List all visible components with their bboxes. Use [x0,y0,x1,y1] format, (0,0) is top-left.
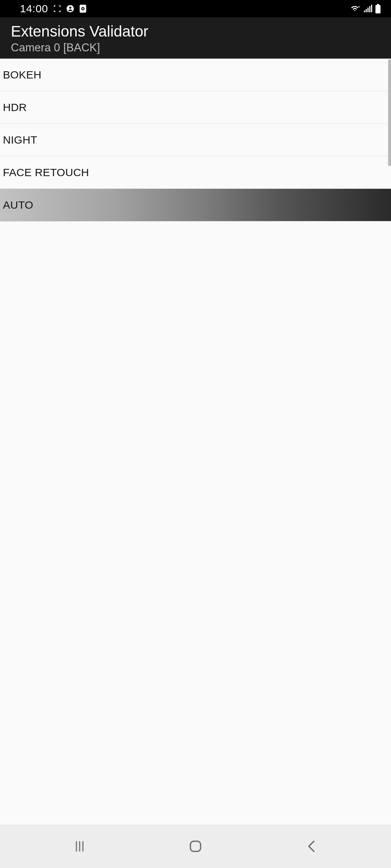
svg-rect-8 [367,8,369,12]
extension-list[interactable]: BOKEH HDR NIGHT FACE RETOUCH AUTO [0,59,391,221]
scrollbar-thumb[interactable] [388,59,391,166]
fullscreen-icon [53,5,61,13]
svg-text:6: 6 [358,5,360,8]
svg-rect-6 [364,10,365,12]
app-bar: Extensions Validator Camera 0 [BACK] [0,17,391,59]
list-item-label: NIGHT [3,134,37,146]
signal-icon [363,5,372,13]
page-subtitle: Camera 0 [BACK] [11,41,380,54]
android-nav-bar [0,825,391,868]
list-item-bokeh[interactable]: BOKEH [0,59,391,91]
svg-rect-9 [369,6,370,12]
battery-icon [375,4,381,13]
account-icon [66,5,74,13]
svg-rect-10 [371,5,372,12]
list-item-label: HDR [3,101,27,114]
svg-rect-7 [366,9,367,12]
status-right: 6 [350,4,381,13]
svg-rect-16 [190,841,201,851]
list-item-label: AUTO [3,199,33,211]
status-bar: 14:00 [0,0,391,17]
recents-button[interactable] [54,832,105,861]
back-button[interactable] [286,832,337,861]
list-item-face-retouch[interactable]: FACE RETOUCH [0,156,391,189]
media-icon [79,4,87,13]
content-area: BOKEH HDR NIGHT FACE RETOUCH AUTO [0,59,391,829]
list-item-night[interactable]: NIGHT [0,124,391,156]
svg-rect-12 [375,5,381,13]
home-button[interactable] [170,832,221,861]
status-time: 14:00 [20,3,48,15]
status-left: 14:00 [20,3,87,15]
svg-rect-11 [377,4,379,5]
page-title: Extensions Validator [11,22,380,41]
list-item-label: BOKEH [3,69,42,81]
svg-point-1 [69,7,71,9]
list-item-auto[interactable]: AUTO [0,189,391,221]
wifi-icon: 6 [350,5,361,13]
svg-point-4 [82,8,84,9]
list-item-label: FACE RETOUCH [3,166,89,179]
list-item-hdr[interactable]: HDR [0,91,391,124]
